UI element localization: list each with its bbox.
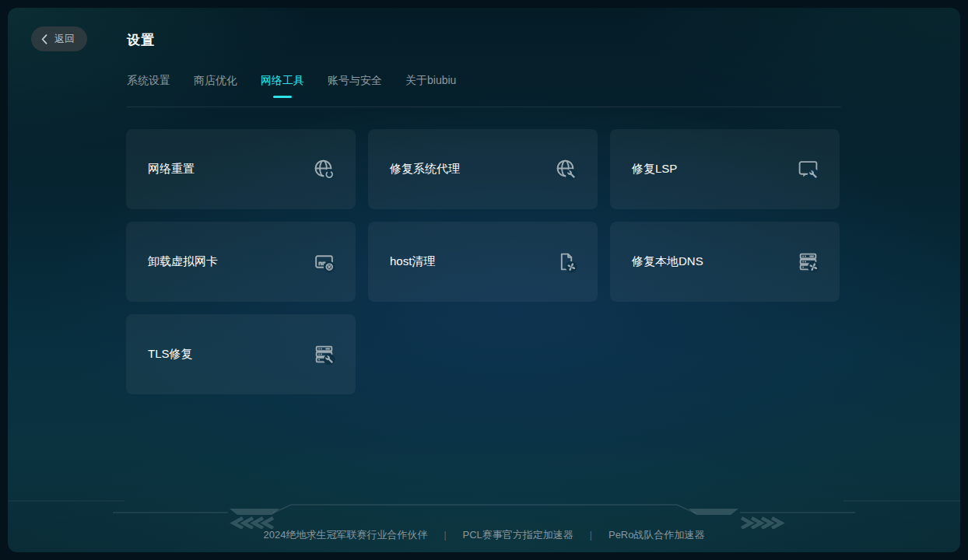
tab-label: 账号与安全 — [328, 74, 382, 86]
server-wrench-icon — [313, 343, 335, 366]
footer-decoration — [8, 498, 960, 529]
tab-store-optimization[interactable]: 商店优化 — [194, 74, 237, 98]
tool-card-label: 修复LSP — [632, 162, 677, 177]
tool-card-label: 修复本地DNS — [632, 254, 703, 269]
tab-label: 系统设置 — [127, 74, 170, 86]
footer-partners: 2024绝地求生冠军联赛行业合作伙伴|PCL赛事官方指定加速器|PeRo战队合作… — [8, 528, 960, 542]
tool-card-label: host清理 — [390, 254, 435, 269]
tab-network-tools[interactable]: 网络工具 — [261, 74, 304, 98]
back-label: 返回 — [54, 32, 75, 46]
tool-card-label: 修复系统代理 — [390, 162, 460, 177]
page-title: 设置 — [127, 31, 155, 49]
tool-card-label: 卸载虚拟网卡 — [148, 254, 218, 269]
tool-card-label: TLS修复 — [148, 347, 193, 362]
tool-card-tls-repair[interactable]: TLS修复 — [126, 314, 356, 394]
globe-wrench-icon — [555, 158, 577, 180]
footer-partner: PeRo战队合作加速器 — [609, 528, 705, 542]
tab-about-biubiu[interactable]: 关于biubiu — [405, 74, 456, 98]
tool-card-fix-local-dns[interactable]: 修复本地DNS — [610, 222, 840, 302]
globe-reset-icon — [313, 158, 335, 180]
tabs-divider — [127, 107, 841, 107]
tab-account-security[interactable]: 账号与安全 — [328, 74, 382, 98]
tool-card-fix-system-proxy[interactable]: 修复系统代理 — [368, 129, 598, 209]
settings-tabs: 系统设置 商店优化 网络工具 账号与安全 关于biubiu — [127, 74, 456, 98]
footer-separator: | — [444, 530, 446, 541]
adapter-remove-icon — [313, 250, 335, 273]
tab-system-settings[interactable]: 系统设置 — [127, 74, 170, 98]
tool-card-fix-lsp[interactable]: 修复LSP — [610, 129, 840, 209]
display-wrench-icon — [797, 158, 819, 180]
back-button[interactable]: 返回 — [31, 26, 87, 51]
tool-card-network-reset[interactable]: 网络重置 — [126, 129, 356, 209]
tools-grid: 网络重置 修复系统代理 修复LSP 卸载虚拟网卡 host清理 修复本地DNS … — [126, 129, 840, 394]
tool-card-label: 网络重置 — [148, 162, 195, 177]
tab-label: 网络工具 — [261, 74, 304, 86]
tool-card-host-clean[interactable]: host清理 — [368, 222, 598, 302]
footer-partner: PCL赛事官方指定加速器 — [463, 528, 573, 542]
back-chevron-icon — [41, 34, 47, 44]
tool-card-uninstall-virtual-adapter[interactable]: 卸载虚拟网卡 — [126, 222, 356, 302]
server-fan-icon — [797, 250, 819, 273]
document-fan-icon — [555, 250, 577, 273]
footer-separator: | — [590, 530, 592, 541]
settings-panel: 返回 设置 系统设置 商店优化 网络工具 账号与安全 关于biubiu 网络重置… — [8, 8, 960, 552]
tab-label: 关于biubiu — [405, 74, 456, 86]
footer-partner: 2024绝地求生冠军联赛行业合作伙伴 — [264, 528, 428, 542]
tab-label: 商店优化 — [194, 74, 237, 86]
